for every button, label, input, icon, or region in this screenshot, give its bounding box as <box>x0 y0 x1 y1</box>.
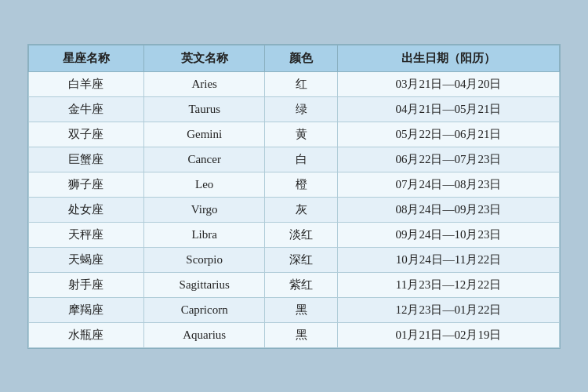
table-row: 水瓶座Aquarius黑01月21日—02月19日 <box>29 322 560 347</box>
cell-chinese-name: 天蝎座 <box>29 247 144 272</box>
cell-english-name: Leo <box>143 172 265 197</box>
cell-color: 黄 <box>265 122 338 147</box>
table-row: 天蝎座Scorpio深红10月24日—11月22日 <box>29 247 560 272</box>
table-row: 白羊座Aries红03月21日—04月20日 <box>29 71 560 96</box>
cell-dates: 07月24日—08月23日 <box>337 172 559 197</box>
table-row: 天秤座Libra淡红09月24日—10月23日 <box>29 222 560 247</box>
header-chinese-name: 星座名称 <box>29 45 144 71</box>
table-row: 摩羯座Capricorn黑12月23日—01月22日 <box>29 297 560 322</box>
cell-english-name: Aquarius <box>143 322 265 347</box>
cell-dates: 03月21日—04月20日 <box>337 71 559 96</box>
table-row: 狮子座Leo橙07月24日—08月23日 <box>29 172 560 197</box>
cell-color: 淡红 <box>265 222 338 247</box>
cell-chinese-name: 巨蟹座 <box>29 147 144 172</box>
table-header-row: 星座名称 英文名称 颜色 出生日期（阳历） <box>29 45 560 71</box>
cell-english-name: Sagittarius <box>143 272 265 297</box>
header-dates: 出生日期（阳历） <box>337 45 559 71</box>
cell-dates: 01月21日—02月19日 <box>337 322 559 347</box>
cell-chinese-name: 摩羯座 <box>29 297 144 322</box>
cell-dates: 06月22日—07月23日 <box>337 147 559 172</box>
cell-english-name: Virgo <box>143 197 265 222</box>
zodiac-table-wrapper: 星座名称 英文名称 颜色 出生日期（阳历） 白羊座Aries红03月21日—04… <box>27 44 561 349</box>
cell-color: 深红 <box>265 247 338 272</box>
cell-dates: 05月22日—06月21日 <box>337 122 559 147</box>
cell-color: 灰 <box>265 197 338 222</box>
cell-chinese-name: 白羊座 <box>29 71 144 96</box>
cell-color: 紫红 <box>265 272 338 297</box>
cell-chinese-name: 金牛座 <box>29 96 144 122</box>
cell-color: 绿 <box>265 96 338 122</box>
cell-english-name: Libra <box>143 222 265 247</box>
cell-english-name: Gemini <box>143 122 265 147</box>
table-row: 射手座Sagittarius紫红11月23日—12月22日 <box>29 272 560 297</box>
table-row: 处女座Virgo灰08月24日—09月23日 <box>29 197 560 222</box>
cell-color: 白 <box>265 147 338 172</box>
cell-dates: 08月24日—09月23日 <box>337 197 559 222</box>
zodiac-table: 星座名称 英文名称 颜色 出生日期（阳历） 白羊座Aries红03月21日—04… <box>28 45 560 348</box>
cell-chinese-name: 狮子座 <box>29 172 144 197</box>
table-row: 金牛座Taurus绿04月21日—05月21日 <box>29 96 560 122</box>
cell-english-name: Scorpio <box>143 247 265 272</box>
cell-dates: 12月23日—01月22日 <box>337 297 559 322</box>
cell-english-name: Capricorn <box>143 297 265 322</box>
cell-dates: 04月21日—05月21日 <box>337 96 559 122</box>
table-row: 双子座Gemini黄05月22日—06月21日 <box>29 122 560 147</box>
cell-chinese-name: 水瓶座 <box>29 322 144 347</box>
cell-dates: 11月23日—12月22日 <box>337 272 559 297</box>
header-color: 颜色 <box>265 45 338 71</box>
cell-english-name: Aries <box>143 71 265 96</box>
cell-chinese-name: 双子座 <box>29 122 144 147</box>
cell-chinese-name: 处女座 <box>29 197 144 222</box>
cell-color: 黑 <box>265 297 338 322</box>
cell-chinese-name: 射手座 <box>29 272 144 297</box>
cell-english-name: Cancer <box>143 147 265 172</box>
cell-chinese-name: 天秤座 <box>29 222 144 247</box>
cell-color: 红 <box>265 71 338 96</box>
header-english-name: 英文名称 <box>143 45 265 71</box>
table-row: 巨蟹座Cancer白06月22日—07月23日 <box>29 147 560 172</box>
cell-color: 黑 <box>265 322 338 347</box>
cell-english-name: Taurus <box>143 96 265 122</box>
cell-dates: 10月24日—11月22日 <box>337 247 559 272</box>
cell-color: 橙 <box>265 172 338 197</box>
cell-dates: 09月24日—10月23日 <box>337 222 559 247</box>
